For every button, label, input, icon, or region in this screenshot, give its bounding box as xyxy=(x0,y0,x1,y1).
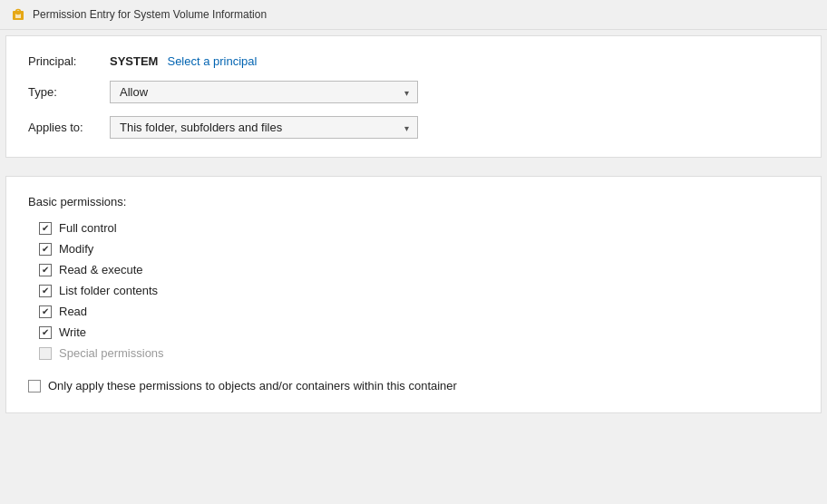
full-control-item[interactable]: Full control xyxy=(39,221,117,235)
list-item: Read xyxy=(39,305,799,318)
full-control-label: Full control xyxy=(59,221,117,235)
write-checkbox[interactable] xyxy=(39,326,52,339)
permissions-section: Basic permissions: Full control Modify R… xyxy=(5,176,822,413)
modify-checkbox[interactable] xyxy=(39,243,52,256)
applies-to-dropdown[interactable]: This folder, subfolders and files This f… xyxy=(110,116,418,139)
type-row: Type: Allow Deny ▾ xyxy=(28,81,799,103)
modify-label: Modify xyxy=(59,242,93,256)
only-apply-checkbox[interactable] xyxy=(28,380,41,393)
permissions-list: Full control Modify Read & execute List … xyxy=(39,221,799,360)
applies-to-row: Applies to: This folder, subfolders and … xyxy=(28,116,799,139)
list-item: Special permissions xyxy=(39,346,799,360)
full-control-checkbox[interactable] xyxy=(39,222,52,235)
list-item: Write xyxy=(39,325,799,339)
read-execute-label: Read & execute xyxy=(59,263,143,276)
list-folder-item[interactable]: List folder contents xyxy=(39,284,158,297)
top-section: Principal: SYSTEM Select a principal Typ… xyxy=(5,35,822,158)
read-checkbox[interactable] xyxy=(39,305,52,318)
only-apply-item[interactable]: Only apply these permissions to objects … xyxy=(28,378,457,394)
title-bar: Permission Entry for System Volume Infor… xyxy=(0,0,827,30)
write-item[interactable]: Write xyxy=(39,325,86,339)
type-dropdown-wrapper: Allow Deny ▾ xyxy=(110,81,418,103)
permission-icon xyxy=(11,7,25,22)
list-item: Modify xyxy=(39,242,799,256)
list-item: List folder contents xyxy=(39,284,799,297)
read-execute-item[interactable]: Read & execute xyxy=(39,263,143,276)
list-folder-checkbox[interactable] xyxy=(39,285,52,297)
only-apply-label: Only apply these permissions to objects … xyxy=(48,378,457,394)
only-apply-row: Only apply these permissions to objects … xyxy=(28,378,799,394)
special-checkbox[interactable] xyxy=(39,347,52,360)
principal-value: SYSTEM xyxy=(110,54,158,68)
principal-row: Principal: SYSTEM Select a principal xyxy=(28,54,799,68)
list-folder-label: List folder contents xyxy=(59,284,158,297)
read-label: Read xyxy=(59,305,87,318)
type-label: Type: xyxy=(28,85,110,99)
select-principal-link[interactable]: Select a principal xyxy=(167,54,257,68)
applies-to-label: Applies to: xyxy=(28,121,110,134)
type-dropdown[interactable]: Allow Deny xyxy=(110,81,418,103)
list-item: Full control xyxy=(39,221,799,235)
list-item: Read & execute xyxy=(39,263,799,276)
modify-item[interactable]: Modify xyxy=(39,242,93,256)
special-item[interactable]: Special permissions xyxy=(39,346,164,360)
separator xyxy=(0,163,827,170)
applies-to-dropdown-wrapper: This folder, subfolders and files This f… xyxy=(110,116,418,139)
principal-label: Principal: xyxy=(28,54,110,68)
basic-permissions-label: Basic permissions: xyxy=(28,195,799,208)
write-label: Write xyxy=(59,325,86,339)
read-execute-checkbox[interactable] xyxy=(39,264,52,276)
title-bar-text: Permission Entry for System Volume Infor… xyxy=(33,8,267,21)
special-label: Special permissions xyxy=(59,346,164,360)
read-item[interactable]: Read xyxy=(39,305,87,318)
